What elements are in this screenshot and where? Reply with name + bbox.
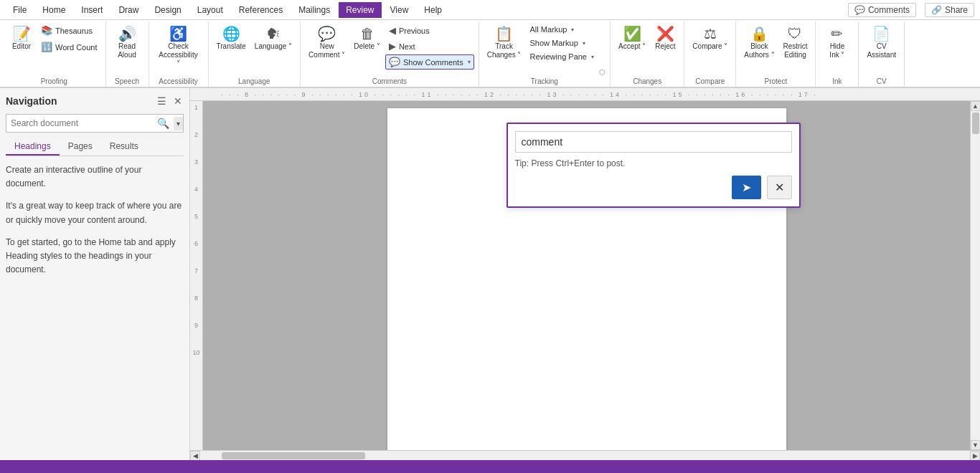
read-aloud-label: Read Aloud <box>118 42 136 59</box>
all-markup-button[interactable]: All Markup ▾ <box>527 23 598 36</box>
document-scroll-area[interactable]: Tip: Press Ctrl+Enter to post. ➤ ✕ <box>203 101 970 450</box>
hide-ink-label: Hide Ink ˅ <box>829 42 844 59</box>
nav-close-button[interactable]: ✕ <box>172 94 184 108</box>
scroll-track[interactable] <box>200 451 970 461</box>
tracking-group-label: Tracking <box>531 77 558 87</box>
comment-tip: Tip: Press Ctrl+Enter to post. <box>515 158 792 168</box>
scroll-up-button[interactable]: ▲ <box>971 101 981 111</box>
compare-group-label: Compare <box>695 77 725 87</box>
comment-cancel-button[interactable]: ✕ <box>767 176 792 199</box>
hide-ink-button[interactable]: ✏ Hide Ink ˅ <box>823 23 852 62</box>
comments-top-button[interactable]: 💬 Comments <box>848 3 916 17</box>
proofing-group-content: 📝 Editor 📚 Thesaurus 🔢 Word Count <box>7 23 101 77</box>
thesaurus-button[interactable]: 📚 Thesaurus <box>37 23 101 38</box>
ink-group: ✏ Hide Ink ˅ Ink <box>816 22 859 87</box>
comment-post-button[interactable]: ➤ <box>732 176 761 199</box>
accept-button[interactable]: ✅ Accept ˅ <box>615 23 649 53</box>
new-comment-icon: 💬 <box>318 27 336 41</box>
protect-group-content: 🔒 Block Authors ˅ 🛡 Restrict Editing <box>740 23 811 77</box>
track-changes-label: Track Changes ˅ <box>487 42 522 59</box>
reviewing-pane-label: Reviewing Pane <box>530 52 588 61</box>
nav-tabs: Headings Pages Results <box>6 138 184 156</box>
tab-view[interactable]: View <box>383 2 416 18</box>
reject-button[interactable]: ❌ Reject <box>651 23 679 53</box>
show-markup-button[interactable]: Show Markup ▾ <box>527 37 598 49</box>
track-changes-button[interactable]: 📋 Track Changes ˅ <box>484 23 525 62</box>
reviewing-pane-arrow: ▾ <box>591 54 594 60</box>
speech-group-content: 🔊 Read Aloud <box>113 23 141 77</box>
scroll-right-button[interactable]: ▶ <box>970 451 980 461</box>
show-comments-button[interactable]: 💬 Show Comments ▾ <box>385 54 474 70</box>
new-comment-label: New Comment ˅ <box>308 42 345 59</box>
tracking-group-content: 📋 Track Changes ˅ All Markup ▾ Show Mark… <box>484 23 606 77</box>
nav-tab-pages[interactable]: Pages <box>60 138 101 156</box>
tab-layout[interactable]: Layout <box>190 2 230 18</box>
comment-actions: ➤ ✕ <box>515 176 792 199</box>
language-group: 🌐 Translate 🗣 Language ˅ Language <box>209 22 301 87</box>
previous-icon: ◀ <box>389 25 396 36</box>
document-page: Tip: Press Ctrl+Enter to post. ➤ ✕ <box>387 108 786 450</box>
language-group-content: 🌐 Translate 🗣 Language ˅ <box>213 23 296 77</box>
new-comment-button[interactable]: 💬 New Comment ˅ <box>305 23 349 62</box>
cv-group: 📄 CV Assistant CV <box>859 22 905 87</box>
next-button[interactable]: ▶ Next <box>385 39 474 54</box>
ink-group-label: Ink <box>832 77 842 87</box>
tab-file[interactable]: File <box>6 2 34 18</box>
tracking-group: 📋 Track Changes ˅ All Markup ▾ Show Mark… <box>479 22 611 87</box>
next-icon: ▶ <box>389 41 396 52</box>
tab-home[interactable]: Home <box>35 2 72 18</box>
block-authors-button[interactable]: 🔒 Block Authors ˅ <box>740 23 778 62</box>
editor-icon: 📝 <box>13 27 31 41</box>
next-label: Next <box>399 42 415 51</box>
delete-icon: 🗑 <box>360 27 374 41</box>
scroll-left-button[interactable]: ◀ <box>190 451 200 461</box>
accessibility-label: Check Accessibility ˅ <box>157 42 200 68</box>
comment-input[interactable] <box>515 131 792 153</box>
tab-review[interactable]: Review <box>339 2 381 18</box>
check-accessibility-button[interactable]: ♿ Check Accessibility ˅ <box>154 23 204 70</box>
editor-button[interactable]: 📝 Editor <box>7 23 36 53</box>
tab-insert[interactable]: Insert <box>74 2 110 18</box>
search-input[interactable] <box>6 115 153 131</box>
h-scroll-thumb[interactable] <box>222 452 365 459</box>
scroll-thumb[interactable] <box>972 113 979 134</box>
tab-help[interactable]: Help <box>417 2 449 18</box>
cv-assistant-button[interactable]: 📄 CV Assistant <box>863 23 900 62</box>
share-top-button[interactable]: 🔗 Share <box>925 3 974 17</box>
delete-button[interactable]: 🗑 Delete ˅ <box>350 23 384 53</box>
nav-menu-button[interactable]: ☰ <box>156 94 168 108</box>
proofing-label: Proofing <box>41 77 67 87</box>
read-aloud-button[interactable]: 🔊 Read Aloud <box>113 23 141 62</box>
word-count-button[interactable]: 🔢 Word Count <box>37 39 101 54</box>
tracking-expand-icon[interactable]: ⬡ <box>599 68 606 76</box>
ink-group-content: ✏ Hide Ink ˅ <box>823 23 852 77</box>
tab-design[interactable]: Design <box>147 2 188 18</box>
comments-group: 💬 New Comment ˅ 🗑 Delete ˅ ◀ Previous ▶ … <box>301 22 479 87</box>
cancel-icon: ✕ <box>775 181 784 194</box>
tab-mailings[interactable]: Mailings <box>291 2 337 18</box>
comment-icon: 💬 <box>854 5 865 15</box>
delete-label: Delete ˅ <box>354 42 380 51</box>
reviewing-pane-button[interactable]: Reviewing Pane ▾ <box>527 50 598 63</box>
tab-references[interactable]: References <box>232 2 290 18</box>
show-markup-arrow: ▾ <box>583 40 585 47</box>
status-bar <box>0 460 980 473</box>
tab-draw[interactable]: Draw <box>111 2 146 18</box>
previous-button[interactable]: ◀ Previous <box>385 23 474 38</box>
scroll-down-button[interactable]: ▼ <box>971 440 981 450</box>
show-markup-label: Show Markup <box>530 39 578 47</box>
nav-tab-headings[interactable]: Headings <box>6 138 60 156</box>
ruler-marks: · · · 8 · · · · · · 9 · · · · · · 10 · ·… <box>221 91 818 98</box>
language-label: Language ˅ <box>255 42 292 51</box>
hide-ink-icon: ✏ <box>831 27 843 41</box>
search-dropdown-button[interactable]: ▾ <box>174 117 183 130</box>
language-button[interactable]: 🗣 Language ˅ <box>251 23 296 53</box>
accept-icon: ✅ <box>623 27 641 41</box>
compare-button[interactable]: ⚖ Compare ˅ <box>689 23 731 53</box>
show-comments-arrow: ▾ <box>468 59 471 65</box>
search-button[interactable]: 🔍 <box>153 115 174 132</box>
protect-group: 🔒 Block Authors ˅ 🛡 Restrict Editing Pro… <box>736 22 816 87</box>
nav-tab-results[interactable]: Results <box>101 138 147 156</box>
restrict-editing-button[interactable]: 🛡 Restrict Editing <box>780 23 811 62</box>
translate-button[interactable]: 🌐 Translate <box>213 23 250 53</box>
